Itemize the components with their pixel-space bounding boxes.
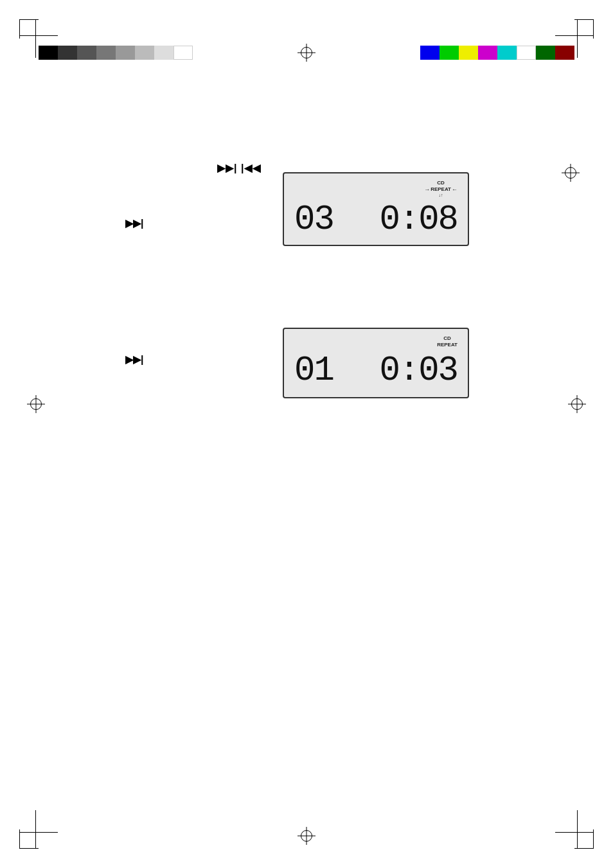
crosshair-bottom-center xyxy=(298,827,315,845)
swatch-dark-gray xyxy=(58,46,77,60)
swatch-near-white xyxy=(154,46,173,60)
lcd-display-1: CD → REPEAT ← ↓↑ 03 0:08 xyxy=(283,172,469,246)
lcd-display-2-label: CD REPEAT xyxy=(294,335,458,348)
swatch-black xyxy=(39,46,58,60)
swatch-blue xyxy=(420,46,440,60)
swatch-dark-red xyxy=(555,46,574,60)
lcd-label-cd-2: CD xyxy=(443,335,451,342)
skip-forward-back-icon: ▶▶| |◀◀ xyxy=(217,162,261,174)
sep-br-h xyxy=(555,832,594,833)
swatch-white xyxy=(173,46,193,60)
lcd-track-2: 01 xyxy=(294,353,333,388)
swatch-lighter-gray xyxy=(135,46,154,60)
skip-forward-icon: ▶▶| |◀◀ xyxy=(217,163,261,173)
crosshair-top-center xyxy=(298,44,315,62)
lcd-display-2: CD REPEAT 01 0:03 xyxy=(283,328,469,398)
swatch-white2 xyxy=(517,46,536,60)
lcd-display-2-digits: 01 0:03 xyxy=(294,350,458,391)
swatch-gray xyxy=(77,46,96,60)
swatch-yellow xyxy=(459,46,478,60)
lcd-label-repeat-1: REPEAT xyxy=(431,186,451,193)
lcd-display-1-digits: 03 0:08 xyxy=(294,201,458,238)
lcd-time-1: 0:08 xyxy=(379,202,458,237)
sep-bl-h xyxy=(19,832,58,833)
lcd-track-1: 03 xyxy=(294,202,333,237)
lcd-time-2: 0:03 xyxy=(379,353,458,388)
top-bar-container xyxy=(0,44,613,62)
lcd-label-repeat-2: REPEAT xyxy=(437,342,458,348)
sep-tl-h xyxy=(19,35,58,36)
arrow-left-icon-1: → xyxy=(424,186,430,193)
crosshair-left-mid xyxy=(27,395,45,413)
skip-forward-icon-1: ▶▶| xyxy=(125,217,143,229)
color-strip xyxy=(420,46,574,60)
skip-forward-icon-2: ▶▶| xyxy=(125,353,143,366)
arrow-right-icon-1: ← xyxy=(452,186,458,193)
sep-br-v xyxy=(577,810,578,849)
lcd-display-1-label: CD → REPEAT ← ↓↑ xyxy=(294,180,458,199)
swatch-light-gray xyxy=(116,46,135,60)
swatch-cyan xyxy=(497,46,517,60)
sep-tr-h xyxy=(555,35,594,36)
swatch-mid-gray xyxy=(96,46,116,60)
crosshair-right-top xyxy=(562,164,580,182)
crosshair-right-mid xyxy=(568,395,586,413)
wave-icon-1: ↓↑ xyxy=(439,193,443,198)
lcd-label-cd-1: CD xyxy=(437,180,445,186)
swatch-dark-green xyxy=(536,46,555,60)
swatch-green xyxy=(440,46,459,60)
bw-color-strip xyxy=(39,46,193,60)
sep-bl-v xyxy=(35,810,36,849)
swatch-magenta xyxy=(478,46,497,60)
